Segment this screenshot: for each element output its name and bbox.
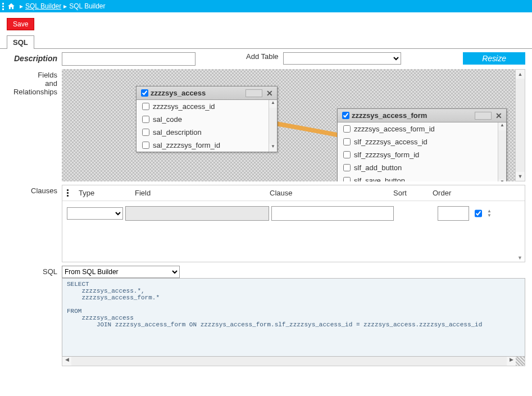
scroll-up-icon[interactable]: ▲ (269, 100, 277, 108)
table-window-header[interactable]: zzzzsys_access✕ (137, 87, 277, 100)
clause-enabled-checkbox[interactable] (475, 207, 482, 220)
table-window-handle[interactable] (475, 112, 492, 120)
table-field[interactable]: zzzzsys_access_form_id (338, 122, 498, 135)
field-name: slf_zzzzsys_form_id (354, 151, 419, 159)
clauses-scroll-down-icon[interactable]: ▼ (517, 255, 522, 261)
clause-field-input[interactable] (125, 206, 269, 221)
breadcrumb-sep-1: ▸ (20, 2, 23, 10)
close-icon[interactable]: ✕ (265, 89, 275, 98)
clauses-header-sort: Sort (393, 189, 433, 197)
table-name: zzzzsys_access_form (352, 111, 427, 120)
scroll-up-icon[interactable]: ▲ (498, 122, 506, 130)
field-checkbox[interactable] (142, 142, 149, 149)
clauses-menu-icon[interactable] (67, 189, 69, 197)
clauses-panel: Type Field Clause Sort Order ▲ ▼ ▼ (62, 185, 525, 262)
sql-textarea[interactable]: SELECT zzzzsys_access.*, zzzzsys_access_… (62, 278, 525, 357)
table-window-handle[interactable] (245, 89, 262, 97)
tab-sql[interactable]: SQL (7, 35, 34, 49)
breadcrumb-current: SQL Builder (69, 2, 105, 10)
sql-source-select[interactable]: From SQL Builder (62, 266, 180, 278)
table-field[interactable]: slf_zzzzsys_access_id (338, 135, 498, 148)
close-icon[interactable]: ✕ (494, 111, 504, 120)
clauses-header-field: Field (135, 189, 270, 197)
table-field[interactable]: slf_add_button (338, 161, 498, 174)
scroll-down-icon[interactable]: ▼ (516, 172, 525, 181)
table-field[interactable]: sal_description (137, 126, 269, 139)
resize-grip-icon[interactable] (516, 357, 525, 366)
table-name: zzzzsys_access (151, 89, 206, 97)
field-name: slf_zzzzsys_access_id (354, 138, 428, 146)
canvas-scrollbar[interactable]: ▲ ▼ (515, 69, 525, 181)
clause-type-select[interactable] (67, 207, 123, 220)
scroll-down-icon[interactable]: ▼ (269, 144, 277, 152)
tab-strip: SQL (0, 35, 532, 49)
sql-label: SQL (7, 266, 62, 276)
clauses-header-order: Order (433, 189, 466, 197)
field-name: slf_add_button (354, 163, 402, 172)
home-icon[interactable] (7, 2, 17, 11)
field-checkbox[interactable] (343, 125, 351, 133)
save-button[interactable]: Save (7, 18, 34, 30)
field-name: sal_description (153, 128, 202, 136)
table-field[interactable]: sal_zzzzsys_form_id (137, 139, 269, 152)
table-window[interactable]: zzzzsys_access_form✕zzzzsys_access_form_… (337, 108, 507, 181)
table-window[interactable]: zzzzsys_access✕zzzzsys_access_idsal_code… (136, 86, 278, 152)
field-checkbox[interactable] (142, 116, 149, 123)
breadcrumb-sep-2: ▸ (63, 2, 67, 10)
relationships-canvas[interactable]: zzzzsys_access✕zzzzsys_access_idsal_code… (62, 69, 515, 181)
description-label: Description (7, 52, 62, 63)
topbar-menu-icon[interactable] (2, 3, 4, 10)
fields-relationships-label: Fields and Relationships (7, 69, 62, 96)
add-table-label: Add Table (246, 52, 283, 61)
field-name: zzzzsys_access_form_id (354, 125, 435, 133)
table-scrollbar[interactable]: ▲▼ (269, 100, 277, 152)
scroll-down-icon[interactable]: ▼ (498, 179, 506, 181)
field-checkbox[interactable] (142, 103, 149, 110)
clause-move-down-icon[interactable]: ▼ (487, 213, 492, 218)
clauses-label: Clauses (7, 185, 62, 195)
clause-row: ▲ ▼ (62, 201, 525, 226)
scroll-left-icon[interactable]: ◀ (62, 357, 71, 366)
add-table-select[interactable] (283, 52, 401, 65)
clause-order-input[interactable] (438, 206, 469, 221)
table-window-header[interactable]: zzzzsys_access_form✕ (338, 109, 506, 122)
scroll-right-icon[interactable]: ▶ (507, 357, 516, 366)
field-checkbox[interactable] (343, 164, 351, 171)
field-name: sal_zzzzsys_form_id (153, 141, 220, 149)
clauses-header-type: Type (79, 189, 135, 197)
table-scrollbar[interactable]: ▲▼ (498, 122, 506, 181)
table-select-checkbox[interactable] (141, 89, 148, 97)
table-field[interactable]: sal_code (137, 113, 269, 126)
sql-h-scrollbar[interactable]: ◀ ▶ (62, 357, 525, 366)
breadcrumb-bar: ▸ SQL Builder ▸ SQL Builder (0, 0, 532, 12)
description-input[interactable] (62, 52, 195, 66)
breadcrumb-link[interactable]: SQL Builder (25, 2, 61, 10)
clauses-header-clause: Clause (270, 189, 393, 197)
field-checkbox[interactable] (343, 138, 351, 145)
table-field[interactable]: slf_save_button (338, 174, 498, 181)
table-select-checkbox[interactable] (342, 112, 349, 119)
field-checkbox[interactable] (343, 177, 351, 181)
field-name: zzzzsys_access_id (153, 102, 215, 111)
table-field[interactable]: zzzzsys_access_id (137, 100, 269, 113)
resize-button[interactable]: Resize (463, 52, 525, 65)
field-name: sal_code (153, 115, 182, 124)
field-checkbox[interactable] (343, 151, 351, 158)
field-name: slf_save_button (354, 176, 405, 181)
field-checkbox[interactable] (142, 129, 149, 136)
clause-clause-input[interactable] (271, 206, 394, 221)
table-field[interactable]: slf_zzzzsys_form_id (338, 148, 498, 161)
scroll-up-icon[interactable]: ▲ (516, 70, 525, 79)
